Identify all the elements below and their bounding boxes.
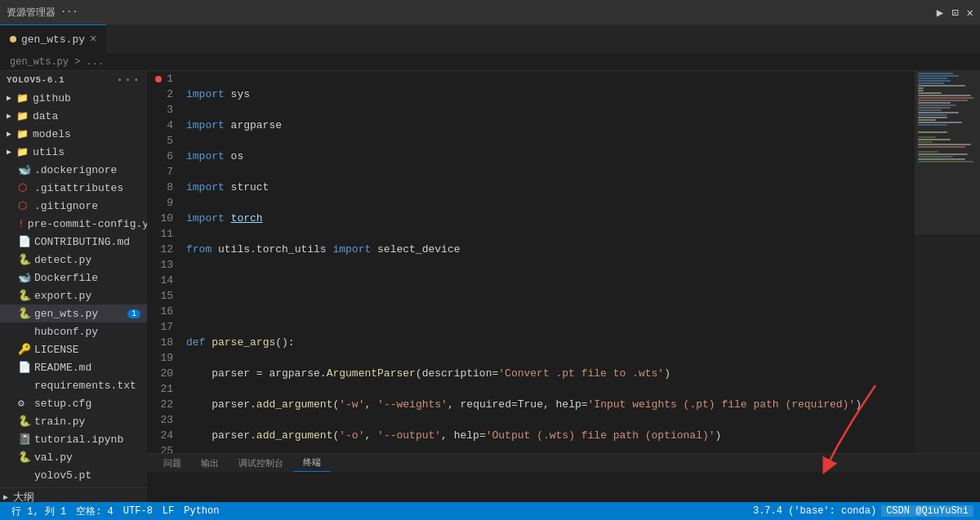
folder-icon: 📁 xyxy=(16,146,29,158)
status-line-ending[interactable]: LF xyxy=(158,505,179,517)
line-num: 11 xyxy=(154,226,173,242)
sidebar-item-requirements[interactable]: requirements.txt xyxy=(0,376,147,394)
doc-icon: 📄 xyxy=(18,361,31,374)
status-python-version[interactable]: 3.7.4 ('base': conda) xyxy=(748,505,881,517)
sidebar: YOLOV5-6.1 ··· ▶ 📁 github ▶ 📁 data ▶ 📁 m… xyxy=(0,71,147,502)
status-encoding[interactable]: UTF-8 xyxy=(118,505,158,517)
sidebar-item-label: data xyxy=(33,110,58,122)
python-icon: 🐍 xyxy=(18,307,31,320)
status-spaces[interactable]: 空格: 4 xyxy=(71,504,118,518)
key-icon: 🔑 xyxy=(18,343,31,356)
sidebar-item-data[interactable]: ▶ 📁 data xyxy=(0,107,147,125)
code-line xyxy=(186,273,908,288)
sidebar-item-val[interactable]: 🐍 val.py xyxy=(0,448,147,466)
sidebar-badge: 1 xyxy=(127,309,140,318)
sidebar-item-setup[interactable]: ⚙ setup.cfg xyxy=(0,394,147,412)
sidebar-item-export[interactable]: 🐍 export.py xyxy=(0,287,147,304)
folder-icon: 📁 xyxy=(16,128,29,140)
panel-tabs: 问题 输出 调试控制台 终端 xyxy=(147,454,980,472)
panel-tab-terminal[interactable]: 终端 xyxy=(293,454,331,472)
sidebar-item-gitignore[interactable]: ⬡ .gitignore xyxy=(0,197,147,215)
tab-close-btn[interactable]: × xyxy=(90,33,96,45)
outline-group[interactable]: ▶ 大纲 xyxy=(0,488,147,502)
bottom-panels: 问题 输出 调试控制台 终端 xyxy=(147,453,980,502)
sidebar-header: YOLOV5-6.1 ··· xyxy=(0,71,147,89)
tab-gen-wts[interactable]: gen_wts.py × xyxy=(0,24,106,53)
line-num: 22 xyxy=(154,397,173,412)
file-icon: 🐋 xyxy=(18,163,31,176)
minimap-content xyxy=(915,71,980,453)
file-icon: ⬡ xyxy=(18,199,31,212)
line-num: 25 xyxy=(154,443,173,453)
close-icon[interactable]: ✕ xyxy=(967,6,973,20)
explorer-title: 资源管理器 xyxy=(7,6,56,20)
python-icon: 🐍 xyxy=(18,415,31,428)
gear-icon: ⚙ xyxy=(18,397,31,410)
breadcrumb-text: gen_wts.py > ... xyxy=(10,56,104,68)
sidebar-item-label: Dockerfile xyxy=(34,272,98,284)
code-line: import argparse xyxy=(186,118,908,133)
code-line: from utils.torch_utils import select_dev… xyxy=(186,242,908,257)
sidebar-item-label: gen_wts.py xyxy=(34,308,98,320)
line-num: 24 xyxy=(154,428,173,443)
code-line xyxy=(186,304,908,319)
status-csdn[interactable]: CSDN @QiuYuShi xyxy=(881,505,973,517)
panel-tab-label: 输出 xyxy=(201,457,219,469)
panel-tab-label: 终端 xyxy=(303,456,321,469)
sidebar-item-yolov5pt[interactable]: yolov5.pt xyxy=(0,466,147,484)
panel-tab-problems[interactable]: 问题 xyxy=(154,454,191,472)
python-icon: 🐍 xyxy=(18,451,31,464)
panel-tab-debug[interactable]: 调试控制台 xyxy=(229,454,293,472)
sidebar-item-train[interactable]: 🐍 train.py xyxy=(0,412,147,430)
sidebar-item-detect[interactable]: 🐍 detect.py xyxy=(0,251,147,269)
minimap xyxy=(915,71,980,453)
tab-label: gen_wts.py xyxy=(21,33,85,46)
sidebar-item-models[interactable]: ▶ 📁 models xyxy=(0,125,147,143)
run-icon[interactable]: ▶ xyxy=(937,6,943,20)
folder-icon: 📁 xyxy=(16,110,29,122)
sidebar-item-tutorial[interactable]: 📓 tutorial.ipynb xyxy=(0,430,147,448)
sidebar-item-label: LICENSE xyxy=(34,344,79,356)
panel-tab-label: 调试控制台 xyxy=(238,457,283,469)
sidebar-item-label: tutorial.ipynb xyxy=(34,433,123,446)
sidebar-item-github[interactable]: ▶ 📁 github xyxy=(0,89,147,107)
code-content[interactable]: import sys import argparse import os imp… xyxy=(180,71,915,453)
status-language[interactable]: Python xyxy=(179,505,224,517)
sidebar-item-contributing[interactable]: 📄 CONTRIBUTING.md xyxy=(0,233,147,251)
breakpoint-dot[interactable] xyxy=(155,76,162,82)
tab-bar: gen_wts.py × xyxy=(0,24,980,53)
sidebar-item-gen-wts[interactable]: 🐍 gen_wts.py 1 xyxy=(0,304,147,322)
sidebar-item-gitattributes[interactable]: ⬡ .gitattributes xyxy=(0,179,147,197)
folder-icon: 📁 xyxy=(16,92,29,104)
sidebar-item-utils[interactable]: ▶ 📁 utils xyxy=(0,143,147,161)
sidebar-options-btn[interactable]: ··· xyxy=(116,73,140,87)
line-num: 23 xyxy=(154,412,173,428)
file-icon: ⬡ xyxy=(18,181,31,194)
sidebar-item-dockerfile[interactable]: 🐋 Dockerfile xyxy=(0,269,147,287)
line-num: 7 xyxy=(154,164,173,180)
status-bar: 行 1, 列 1 空格: 4 UTF-8 LF Python 3.7.4 ('b… xyxy=(0,502,980,520)
sidebar-item-label: detect.py xyxy=(34,254,91,266)
split-icon[interactable]: ⊡ xyxy=(951,6,958,20)
sidebar-item-hubconf[interactable]: hubconf.py xyxy=(0,322,147,340)
code-line: parser = argparse.ArgumentParser(descrip… xyxy=(186,366,908,381)
line-num: 18 xyxy=(154,335,173,350)
sidebar-item-label: models xyxy=(33,128,71,140)
line-numbers: 1 2 3 4 5 6 7 8 9 10 11 12 13 14 15 16 1… xyxy=(147,71,180,453)
sidebar-item-readme[interactable]: 📄 README.md xyxy=(0,358,147,376)
title-dots[interactable]: ··· xyxy=(60,7,78,18)
sidebar-item-label: .gitattributes xyxy=(34,182,123,194)
panel-tab-output[interactable]: 输出 xyxy=(191,454,229,472)
line-num: 20 xyxy=(154,366,173,381)
sidebar-item-precommit[interactable]: ! pre-commit-config.yaml xyxy=(0,215,147,233)
line-num: 21 xyxy=(154,381,173,397)
sidebar-item-dockerignore[interactable]: 🐋 .dockerignore xyxy=(0,161,147,179)
sidebar-item-label: requirements.txt xyxy=(34,380,136,392)
code-editor[interactable]: 1 2 3 4 5 6 7 8 9 10 11 12 13 14 15 16 1… xyxy=(147,71,980,453)
main-layout: YOLOV5-6.1 ··· ▶ 📁 github ▶ 📁 data ▶ 📁 m… xyxy=(0,71,980,502)
sidebar-item-license[interactable]: 🔑 LICENSE xyxy=(0,340,147,358)
line-num: 6 xyxy=(154,149,173,164)
code-line: parser.add_argument('-o', '--output', he… xyxy=(186,428,908,443)
status-row-col[interactable]: 行 1, 列 1 xyxy=(7,504,71,518)
line-num: 19 xyxy=(154,350,173,366)
